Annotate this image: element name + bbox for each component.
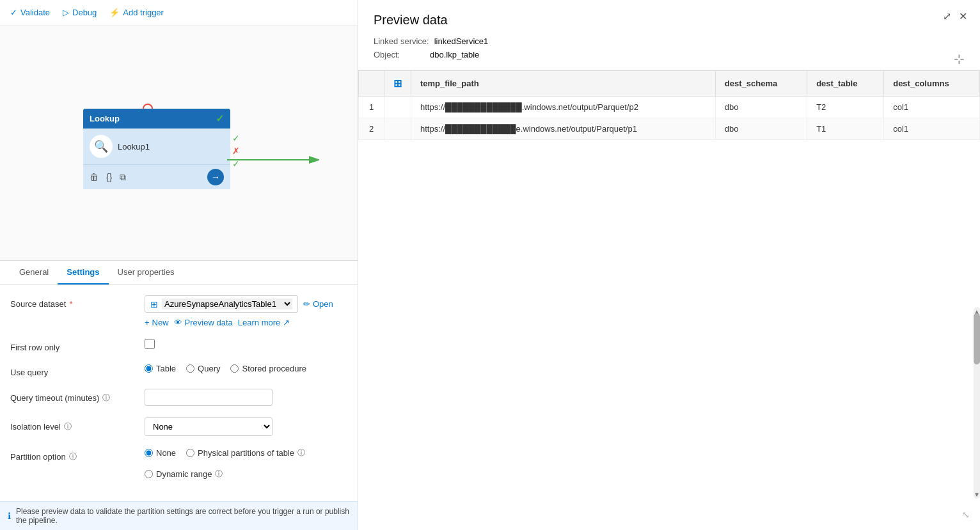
object-row: Object: dbo.lkp_table — [374, 50, 965, 59]
node-copy-button[interactable]: ⧉ — [120, 172, 126, 183]
preview-table-wrapper: ⊞ temp_file_path dest_schema dest_table … — [358, 70, 980, 530]
tab-settings[interactable]: Settings — [58, 261, 108, 284]
dataset-select-wrapper: ⊞ AzureSynapseAnalyticsTable1 — [145, 295, 298, 313]
first-row-only-checkbox[interactable] — [145, 339, 155, 349]
partition-option-row: Partition option ⓘ None Physical partiti… — [10, 448, 347, 479]
resize-handle[interactable]: ⤡ — [962, 510, 970, 520]
left-panel: ✓ Validate ▷ Debug ⚡ Add trigger Lookup — [0, 0, 358, 530]
isolation-level-select[interactable]: None — [145, 417, 273, 436]
preview-table: ⊞ temp_file_path dest_schema dest_table … — [358, 70, 980, 140]
row-1-dest-table: T2 — [807, 97, 884, 118]
partition-dynamic-radio[interactable]: Dynamic range ⓘ — [145, 469, 223, 479]
table-row: 2 https://████████████e.windows.net/outp… — [359, 118, 980, 140]
row-1-temp-file-path: https://█████████████.windows.net/output… — [411, 97, 716, 118]
lookup-node[interactable]: Lookup ✓ 🔍 Lookup1 🗑 {} ⧉ → — [83, 109, 230, 189]
scrollbar-down-arrow[interactable]: ▼ — [974, 490, 980, 499]
info-bar-text: Please preview data to validate the part… — [16, 507, 350, 525]
pipeline-canvas: Lookup ✓ 🔍 Lookup1 🗑 {} ⧉ → — [0, 26, 358, 260]
partition-physical-radio[interactable]: Physical partitions of table ⓘ — [186, 448, 305, 458]
preview-panel: ⤢ ✕ Preview data Linked service: linkedS… — [358, 0, 980, 530]
isolation-level-row: Isolation level ⓘ None — [10, 417, 347, 436]
col-header-dest-table: dest_table — [807, 71, 884, 97]
object-value: dbo.lkp_table — [430, 50, 479, 59]
row-1-dest-columns: col1 — [884, 97, 980, 118]
partition-dynamic-info-icon: ⓘ — [215, 469, 223, 479]
isolation-level-info-icon: ⓘ — [64, 421, 72, 432]
close-button[interactable]: ✕ — [959, 10, 967, 22]
first-row-only-row: First row only — [10, 339, 347, 352]
window-controls: ⤢ ✕ — [943, 10, 967, 22]
preview-data-link[interactable]: 👁 Preview data — [174, 318, 233, 327]
node-check-icon: ✓ — [216, 113, 224, 125]
preview-title: Preview data — [374, 13, 965, 27]
use-query-radio-group: Table Query Stored procedure — [145, 364, 306, 373]
new-plus-icon: + — [145, 318, 150, 327]
radio-stored-procedure[interactable]: Stored procedure — [230, 364, 306, 373]
isolation-level-label: Isolation level ⓘ — [10, 417, 138, 432]
add-trigger-label: Add trigger — [123, 8, 164, 17]
row-2-temp-file-path: https://████████████e.windows.net/output… — [411, 118, 716, 140]
tab-general[interactable]: General — [10, 261, 58, 284]
linked-service-row: Linked service: linkedService1 — [374, 36, 965, 46]
node-search-icon: 🔍 — [90, 135, 113, 158]
col-header-dest-columns: dest_columns — [884, 71, 980, 97]
col-header-num — [359, 71, 384, 97]
object-label: Object: — [374, 50, 425, 59]
open-link[interactable]: ✏ Open — [303, 299, 333, 309]
dataset-select-input[interactable]: AzureSynapseAnalyticsTable1 — [162, 299, 292, 309]
status-dot-green-1: ✓ — [232, 133, 240, 143]
partition-option-info-icon: ⓘ — [69, 451, 77, 462]
tabs: General Settings User properties — [0, 261, 358, 285]
query-timeout-input[interactable]: 120 — [145, 389, 273, 406]
partition-physical-info-icon: ⓘ — [297, 448, 305, 458]
row-2-icon — [384, 118, 411, 140]
move-handle[interactable]: ⊹ — [954, 51, 965, 66]
query-timeout-label: Query timeout (minutes) ⓘ — [10, 389, 138, 403]
expand-button[interactable]: ⤢ — [943, 10, 951, 22]
node-navigate-button[interactable]: → — [207, 169, 224, 185]
source-dataset-row: Source dataset * ⊞ AzureSynapseAnalytics… — [10, 295, 347, 327]
bottom-panel: General Settings User properties Source … — [0, 260, 358, 530]
use-query-row: Use query Table Query — [10, 364, 347, 377]
node-delete-button[interactable]: 🗑 — [90, 172, 99, 182]
settings-panel: Source dataset * ⊞ AzureSynapseAnalytics… — [0, 285, 358, 501]
isolation-level-control: None — [145, 417, 347, 436]
first-row-only-label: First row only — [10, 339, 138, 352]
toolbar: ✓ Validate ▷ Debug ⚡ Add trigger — [0, 0, 358, 26]
first-row-only-checkbox-wrapper — [145, 339, 155, 349]
external-link-icon: ↗ — [283, 318, 290, 327]
radio-table[interactable]: Table — [145, 364, 176, 373]
col-header-temp-file-path: temp_file_path — [411, 71, 716, 97]
row-2-dest-columns: col1 — [884, 118, 980, 140]
new-link[interactable]: + New — [145, 318, 169, 327]
tab-user-properties[interactable]: User properties — [109, 261, 184, 284]
linked-service-label: Linked service: — [374, 36, 429, 46]
col-header-dest-schema: dest_schema — [715, 71, 807, 97]
col-header-icon: ⊞ — [384, 71, 411, 97]
preview-header: Preview data Linked service: linkedServi… — [358, 0, 980, 70]
vertical-scrollbar[interactable]: ▲ ▼ — [974, 307, 980, 499]
radio-query[interactable]: Query — [186, 364, 220, 373]
node-title: Lookup — [90, 114, 120, 123]
learn-more-link[interactable]: Learn more ↗ — [238, 318, 290, 327]
row-1-dest-schema: dbo — [715, 97, 807, 118]
add-trigger-button[interactable]: ⚡ Add trigger — [109, 8, 164, 17]
first-row-only-control — [145, 339, 347, 349]
partition-radio-group: None Physical partitions of table ⓘ Dyna… — [145, 448, 347, 479]
scrollbar-thumb[interactable] — [974, 313, 980, 364]
use-query-label: Use query — [10, 364, 138, 377]
info-bar-icon: ℹ — [8, 511, 11, 521]
validate-button[interactable]: ✓ Validate — [10, 8, 50, 17]
debug-label: Debug — [72, 8, 97, 17]
node-code-button[interactable]: {} — [106, 172, 112, 182]
query-timeout-control: 120 — [145, 389, 347, 406]
preview-icon: 👁 — [174, 318, 182, 327]
connector-line — [227, 153, 329, 168]
info-bar: ℹ Please preview data to validate the pa… — [0, 501, 358, 530]
debug-button[interactable]: ▷ Debug — [63, 8, 97, 17]
partition-none-radio[interactable]: None — [145, 448, 176, 458]
source-dataset-label: Source dataset * — [10, 295, 138, 309]
table-header: ⊞ temp_file_path dest_schema dest_table … — [359, 71, 980, 97]
table-body: 1 https://█████████████.windows.net/outp… — [359, 97, 980, 140]
debug-icon: ▷ — [63, 8, 69, 17]
